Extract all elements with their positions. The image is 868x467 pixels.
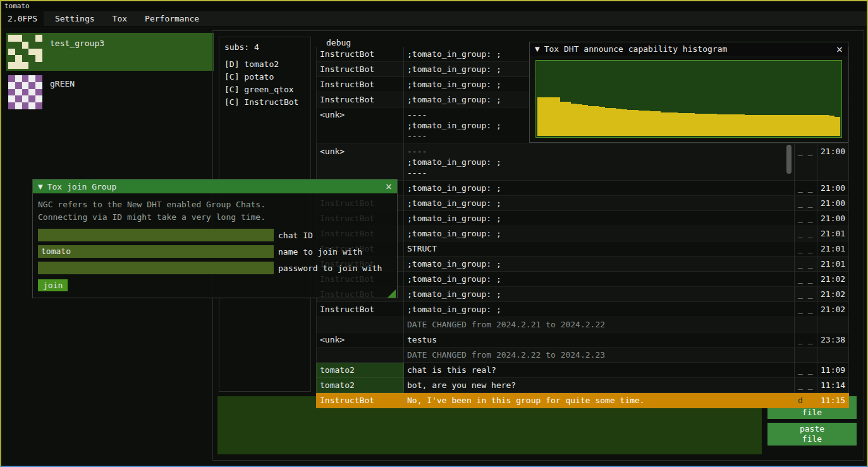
sidebar: test_group3 gREEN (6, 33, 214, 111)
histogram-bar (756, 115, 762, 136)
window-title: tomato (4, 2, 30, 10)
collapse-arrow-icon[interactable]: ▼ (38, 183, 43, 190)
flags-cell: _ _ (795, 226, 817, 241)
histogram-bar (824, 115, 829, 136)
histogram-bar (565, 102, 571, 136)
histogram-bar (582, 105, 588, 136)
sender-cell: InstructBot (316, 302, 404, 317)
subs-list-item[interactable]: [C] green_qtox (224, 83, 305, 96)
time-cell: 21:00 (817, 144, 849, 181)
menu-item-performance[interactable]: Performance (136, 11, 208, 26)
sidebar-item-test-group3[interactable]: test_group3 (6, 33, 214, 71)
sender-cell (316, 317, 404, 332)
chat-scrollbar[interactable] (786, 145, 792, 174)
join-password-input[interactable] (38, 262, 274, 274)
subs-count-header: subs: 4 (224, 42, 305, 52)
histogram-bar (734, 114, 740, 136)
histogram-window-titlebar[interactable]: ▼ Tox DHT announce capability histogram … (530, 42, 848, 56)
sender-cell: InstructBot (316, 393, 404, 408)
time-cell: 21:02 (817, 302, 849, 317)
histogram-bar (678, 113, 683, 136)
histogram-bar (717, 114, 723, 136)
histogram-bar (599, 107, 605, 136)
paste-file-button[interactable]: paste file (767, 423, 857, 446)
histogram-bar (711, 114, 717, 136)
tab-debug[interactable]: debug (326, 38, 351, 47)
subs-list-item[interactable]: [C] potato (224, 71, 305, 83)
histogram-bar (767, 115, 773, 136)
join-group-window-titlebar[interactable]: ▼ Tox join Group × (33, 179, 397, 193)
close-icon[interactable]: × (836, 45, 843, 54)
histogram-bar (644, 111, 650, 136)
sender-cell: <unk> (316, 107, 404, 144)
join-group-window-title: Tox join Group (47, 182, 117, 191)
sender-cell: tomato2 (316, 378, 404, 393)
histogram-bar (790, 115, 795, 136)
histogram-bar (750, 115, 756, 136)
message-cell: ;tomato_in_group: ; (404, 211, 795, 226)
flags-cell: _ _ (795, 196, 817, 211)
histogram-bar (605, 108, 611, 136)
histogram-bar (706, 114, 711, 136)
time-cell: 21:00 (817, 211, 849, 226)
message-row[interactable]: InstructBotNo, I've been in this group f… (316, 393, 849, 408)
join-button[interactable]: join (38, 279, 68, 291)
message-row[interactable]: tomato2bot, are you new here?_ _11:14 (316, 378, 849, 393)
chat-id-input[interactable] (38, 229, 274, 241)
collapse-arrow-icon[interactable]: ▼ (535, 45, 540, 52)
group-name: gREEN (50, 75, 75, 88)
histogram-bar (745, 115, 750, 136)
join-info-line: Connecting via ID might take a very long… (38, 211, 392, 224)
chat-id-label: chat ID (278, 231, 313, 240)
subs-list-item[interactable]: [D] tomato2 (224, 58, 305, 71)
histogram-bar (728, 114, 734, 136)
histogram-bar (829, 116, 835, 136)
flags-cell: _ _ (795, 211, 817, 226)
histogram-bar (650, 111, 656, 136)
histogram-bar (543, 97, 549, 136)
flags-cell: _ _ (795, 241, 817, 257)
histogram-bar (785, 115, 790, 136)
histogram-bar (762, 115, 767, 136)
flags-cell (795, 348, 817, 363)
title-bar: tomato (1, 1, 867, 11)
message-cell: ;tomato_in_group: ; (404, 302, 795, 317)
histogram-bar (818, 115, 824, 136)
histogram-bar (661, 112, 666, 136)
resize-grip[interactable] (388, 289, 396, 298)
menu-item-settings[interactable]: Settings (46, 11, 104, 26)
message-row[interactable]: <unk>---- ;tomato_in_group: ; ----_ _21:… (316, 144, 849, 181)
histogram-bar (588, 106, 594, 136)
date-separator-row[interactable]: DATE CHANGED from 2024.2.22 to 2024.2.23 (316, 348, 849, 363)
histogram-bar (655, 111, 661, 136)
sender-cell: InstructBot (316, 77, 404, 92)
histogram-bar (773, 115, 779, 136)
message-cell: ---- ;tomato_in_group: ; ---- (404, 144, 795, 181)
time-cell: 21:01 (817, 226, 849, 241)
join-name-input[interactable]: tomato (38, 245, 274, 258)
fps-counter: 2.0FPS (1, 11, 44, 26)
menu-bar: 2.0FPS Settings Tox Performance (1, 11, 867, 27)
date-separator-row[interactable]: DATE CHANGED from 2024.2.21 to 2024.2.22 (316, 317, 849, 332)
histogram-bar (779, 115, 785, 136)
message-row[interactable]: <unk>testus_ _23:38 (316, 332, 849, 348)
histogram-bar (554, 97, 560, 136)
message-cell: ;tomato_in_group: ; (404, 196, 795, 211)
message-row[interactable]: InstructBot;tomato_in_group: ;_ _21:02 (316, 302, 849, 317)
message-cell: ;tomato_in_group: ; (404, 181, 795, 196)
menu-item-tox[interactable]: Tox (104, 11, 136, 26)
flags-cell: _ _ (795, 181, 817, 196)
message-row[interactable]: tomato2chat is this real?_ _11:09 (316, 363, 849, 378)
time-cell (817, 348, 849, 363)
histogram-bar (621, 109, 627, 136)
histogram-bar (812, 115, 818, 136)
close-icon[interactable]: × (386, 182, 392, 191)
time-cell: 11:15 (817, 393, 849, 408)
histogram-bar (639, 111, 644, 136)
subs-list-item[interactable]: [C] InstructBot (224, 96, 305, 109)
time-cell: 21:00 (817, 181, 849, 196)
sidebar-item-green[interactable]: gREEN (6, 73, 214, 111)
sender-cell: tomato2 (316, 363, 404, 378)
flags-cell: _ _ (795, 378, 817, 393)
histogram-bar (560, 102, 566, 136)
